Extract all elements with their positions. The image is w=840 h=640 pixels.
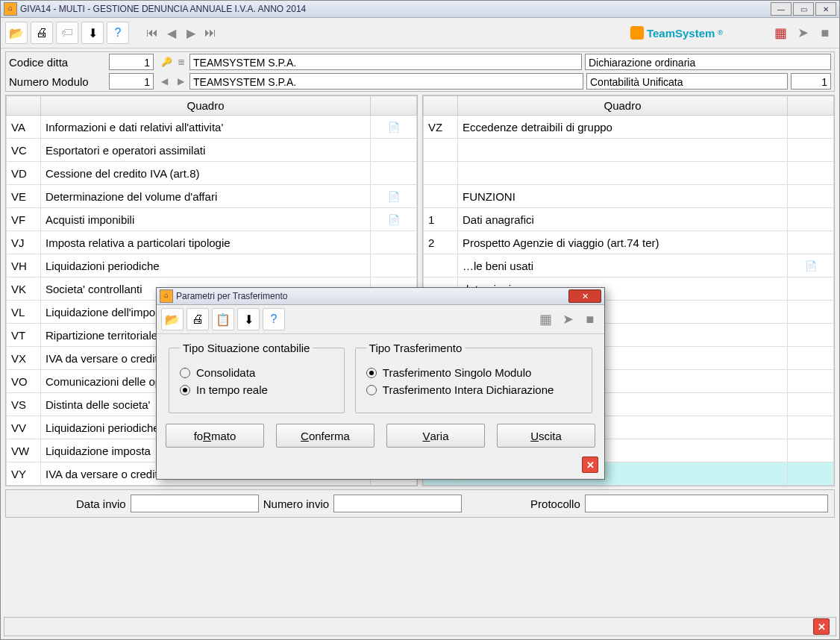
radio-consolidata[interactable]: Consolidata — [180, 366, 333, 379]
titlebar: ⌂ GIVA14 - MULTI - GESTIONE DENUNCIA ANN… — [1, 1, 839, 18]
table-row[interactable] — [424, 162, 834, 185]
modulo-next-icon[interactable]: ▶ — [173, 75, 187, 88]
last-icon[interactable]: ⏭ — [202, 25, 219, 41]
row-status-icon — [371, 231, 417, 254]
dialog-toolbar: 📂 🖨 📋 ⬇ ? ▦ ➤ ■ — [157, 305, 604, 334]
row-status-icon — [788, 324, 834, 347]
stop-icon[interactable]: ■ — [815, 23, 835, 43]
radio-tempo-reale[interactable]: In tempo reale — [180, 383, 333, 396]
tipo-situazione-legend: Tipo Situazione contabilie — [180, 342, 313, 354]
forward-icon[interactable]: ➤ — [793, 23, 812, 43]
contabilita-num[interactable]: 1 — [791, 73, 831, 90]
table-row[interactable]: VJImposta relativa a particolari tipolog… — [7, 231, 417, 254]
row-code — [424, 139, 458, 162]
table-row[interactable]: VHLiquidazioni periodiche — [7, 254, 417, 277]
tag-icon[interactable]: 🏷 — [56, 22, 78, 44]
table-row[interactable]: VCEsportatori e operatori assimilati — [7, 139, 417, 162]
row-desc: Prospetto Agenzie di viaggio (art.74 ter… — [458, 231, 788, 254]
row-status-icon — [788, 231, 834, 254]
table-row[interactable]: VEDeterminazione del volume d'affari📄 — [7, 185, 417, 208]
row-desc: …le beni usati — [458, 254, 788, 277]
row-status-icon — [788, 301, 834, 324]
row-desc — [458, 162, 788, 185]
dlg-clipboard-icon[interactable]: 📋 — [212, 308, 234, 330]
lookup-list-icon[interactable]: ≣ — [173, 55, 187, 69]
protocollo-input[interactable] — [585, 495, 828, 512]
row-code: VT — [7, 324, 41, 347]
status-close-icon[interactable]: ✕ — [813, 618, 830, 635]
dlg-forward-icon[interactable]: ➤ — [558, 310, 577, 329]
radio-singolo-modulo[interactable]: Trasferimento Singolo Modulo — [366, 366, 581, 379]
right-col-code — [424, 96, 458, 116]
uscita-button[interactable]: Uscita — [497, 424, 595, 448]
row-desc: Determinazione del volume d'affari — [41, 185, 371, 208]
company-name-1[interactable]: TEAMSYSTEM S.P.A. — [189, 54, 582, 70]
data-invio-input[interactable] — [131, 495, 259, 512]
minimize-button[interactable]: — — [771, 2, 792, 16]
varia-button[interactable]: Varia — [386, 424, 485, 448]
company-name-2[interactable]: TEAMSYSTEM S.P.A. — [189, 73, 583, 90]
bottom-bar: Data invio Numero invio Protocollo — [5, 489, 835, 518]
row-code: 2 — [424, 231, 458, 254]
numero-modulo-input[interactable]: 1 — [109, 73, 154, 90]
row-status-icon — [788, 162, 834, 185]
table-row[interactable]: FUNZIONI — [424, 185, 834, 208]
first-icon[interactable]: ⏮ — [144, 25, 160, 41]
modulo-prev-icon[interactable]: ◀ — [157, 75, 170, 88]
row-desc: Esportatori e operatori assimilati — [41, 139, 371, 162]
conferma-button[interactable]: Conferma — [276, 424, 374, 448]
table-row[interactable] — [424, 139, 834, 162]
next-icon[interactable]: ▶ — [183, 25, 199, 41]
print-icon[interactable]: 🖨 — [31, 22, 53, 44]
row-status-icon — [788, 277, 834, 301]
formato-button[interactable]: foRmato — [166, 424, 264, 448]
dlg-doc-icon[interactable]: ▦ — [536, 310, 555, 329]
table-row[interactable]: …le beni usati📄 — [424, 254, 834, 277]
row-code: VD — [7, 162, 41, 185]
row-code: VW — [7, 439, 41, 462]
dlg-export-icon[interactable]: ⬇ — [237, 308, 260, 330]
codice-ditta-input[interactable]: 1 — [109, 54, 154, 70]
table-row[interactable]: 1Dati anagrafici — [424, 208, 834, 231]
numero-modulo-label: Numero Modulo — [9, 75, 106, 88]
dialog-title: Parametri per Trasferimento — [176, 291, 287, 301]
dialog-close-button[interactable]: ✕ — [568, 289, 601, 303]
dlg-help-icon[interactable]: ? — [263, 308, 285, 330]
dlg-stop-icon[interactable]: ■ — [580, 310, 600, 329]
row-desc: Eccedenze detraibili di gruppo — [458, 116, 788, 139]
table-row[interactable]: VDCessione del credito IVA (art.8) — [7, 162, 417, 185]
row-status-icon — [788, 462, 834, 486]
pdf-icon[interactable]: ▦ — [771, 23, 790, 43]
open-icon[interactable]: 📂 — [5, 22, 28, 44]
prev-icon[interactable]: ◀ — [163, 25, 180, 41]
brand-text: TeamSystem — [647, 27, 715, 40]
dialog-titlebar: ⌂ Parametri per Trasferimento ✕ — [157, 288, 604, 305]
close-button[interactable]: ✕ — [815, 2, 836, 16]
lookup-key-icon[interactable]: 🔑 — [157, 55, 170, 69]
table-row[interactable]: VAInformazioni e dati relativi all'attiv… — [7, 116, 417, 139]
row-desc: Imposta relativa a particolari tipologie — [41, 231, 371, 254]
dlg-print-icon[interactable]: 🖨 — [187, 308, 209, 330]
row-status-icon — [788, 416, 834, 439]
table-row[interactable]: VZEccedenze detraibili di gruppo — [424, 116, 834, 139]
row-code — [424, 254, 458, 277]
help-icon[interactable]: ? — [107, 22, 129, 44]
row-status-icon — [788, 347, 834, 370]
dialog-footer-close-icon[interactable]: ✕ — [582, 457, 598, 473]
table-row[interactable]: 2Prospetto Agenzie di viaggio (art.74 te… — [424, 231, 834, 254]
row-desc: Dati anagrafici — [458, 208, 788, 231]
row-code: VC — [7, 139, 41, 162]
dlg-open-icon[interactable]: 📂 — [161, 308, 184, 330]
row-code: VX — [7, 347, 41, 370]
row-desc — [458, 139, 788, 162]
radio-intera-dichiarazione[interactable]: Trasferimento Intera Dichiarazione — [366, 383, 581, 396]
row-code: VZ — [424, 116, 458, 139]
radio-consolidata-label: Consolidata — [196, 366, 255, 379]
dichiarazione-type[interactable]: Dichiarazione ordinaria — [585, 54, 831, 70]
numero-invio-input[interactable] — [333, 495, 462, 512]
contabilita-type[interactable]: Contabilità Unificata — [586, 73, 788, 90]
row-desc: FUNZIONI — [458, 185, 788, 208]
maximize-button[interactable]: ▭ — [793, 2, 814, 16]
table-row[interactable]: VFAcquisti imponibili📄 — [7, 208, 417, 231]
export-icon[interactable]: ⬇ — [81, 22, 104, 44]
